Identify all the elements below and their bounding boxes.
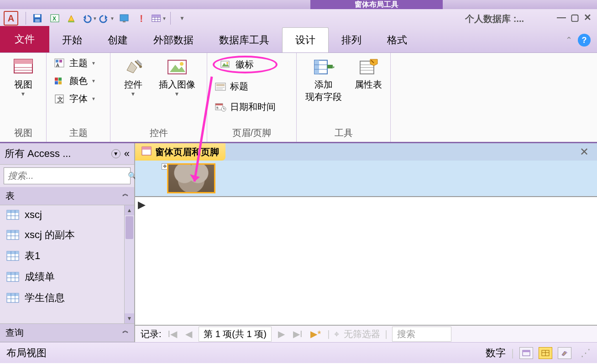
document-close-button[interactable]: ✕ (580, 146, 589, 158)
table-icon[interactable]: ▼ (151, 11, 167, 25)
document-tab-active[interactable]: 窗体页眉和页脚 (135, 143, 225, 161)
svg-rect-23 (56, 60, 58, 62)
nav-item-table[interactable]: 表1 (0, 245, 134, 266)
help-icon[interactable]: ? (578, 34, 591, 47)
nav-item-table[interactable]: xscj (0, 205, 134, 224)
numlock-label: 数字 (486, 346, 506, 360)
nav-item-table[interactable]: 学生信息 (0, 287, 134, 308)
nav-list: xscj xscj 的副本 表1 成绩单 学生信息 ▲ ▼ (0, 205, 134, 323)
scroll-thumb[interactable] (126, 216, 133, 239)
nav-search[interactable]: 🔍 (4, 167, 131, 184)
svg-marker-5 (68, 16, 74, 21)
view-label: 视图 (14, 78, 32, 91)
controls-button[interactable]: 控件 ▼ (120, 56, 146, 99)
property-sheet-button[interactable]: 属性表 (353, 56, 384, 93)
highlight-icon[interactable] (64, 11, 80, 25)
screen-icon[interactable] (116, 11, 132, 25)
colors-button[interactable]: 颜色▼ (52, 73, 98, 88)
tab-create[interactable]: 创建 (95, 28, 141, 52)
insert-image-button[interactable]: 插入图像 ▼ (157, 56, 197, 99)
svg-rect-27 (58, 78, 62, 81)
nav-group-queries[interactable]: 查询 ︽ (0, 323, 134, 342)
group-tools-label: 工具 (302, 125, 385, 141)
form-detail-section[interactable]: ▶ (135, 196, 597, 325)
filter-icon[interactable]: ⌖ (334, 329, 339, 339)
form-icon (141, 146, 152, 158)
alert-icon[interactable]: ! (134, 11, 149, 25)
svg-point-38 (226, 62, 228, 64)
redo-icon[interactable]: ▼ (99, 11, 115, 25)
svg-rect-2 (35, 19, 40, 22)
nav-search-input[interactable] (4, 168, 128, 184)
svg-marker-54 (333, 67, 335, 68)
svg-rect-6 (68, 21, 74, 22)
nav-item-table[interactable]: xscj 的副本 (0, 224, 134, 245)
tab-database-tools[interactable]: 数据库工具 (206, 28, 282, 52)
svg-rect-26 (55, 78, 58, 81)
nav-group-tables[interactable]: 表 ︽ (0, 187, 134, 205)
group-controls-label: 控件 (116, 125, 201, 141)
svg-rect-65 (7, 230, 19, 233)
datetime-button[interactable]: 5日期和时间 (213, 99, 278, 114)
layout-view-icon[interactable] (539, 347, 552, 359)
tab-design[interactable]: 设计 (282, 27, 329, 52)
contextual-tool-label: 窗体布局工具 (310, 0, 443, 9)
nav-new-icon[interactable]: ▶* (309, 328, 323, 339)
fonts-button[interactable]: 文字体▼ (52, 91, 98, 106)
tab-home[interactable]: 开始 (49, 28, 95, 52)
scroll-down-icon[interactable]: ▼ (125, 313, 134, 323)
ribbon-collapse-icon[interactable]: ⌃ (566, 35, 572, 45)
nav-scrollbar[interactable]: ▲ ▼ (124, 205, 134, 323)
nav-first-icon[interactable]: I◀ (166, 328, 179, 339)
undo-icon[interactable]: ▼ (82, 11, 97, 25)
group-themes-label: 主题 (52, 125, 105, 141)
status-bar: 布局视图 数字 | ⋰ (0, 342, 597, 363)
nav-collapse-icon[interactable]: « (124, 148, 130, 160)
customize-qat-icon[interactable]: ▼ (174, 11, 190, 25)
nav-next-icon[interactable]: ▶ (276, 328, 287, 339)
tab-file[interactable]: 文件 (0, 26, 49, 52)
record-position[interactable]: 第 1 项(共 1 项) (199, 327, 272, 342)
svg-rect-60 (7, 210, 19, 213)
nav-prev-icon[interactable]: ◀ (183, 328, 194, 339)
svg-rect-75 (7, 272, 19, 275)
svg-rect-24 (59, 60, 62, 62)
svg-text:文: 文 (57, 96, 63, 103)
resize-grip-icon[interactable]: ⋰ (581, 347, 591, 359)
svg-text:X: X (52, 16, 56, 22)
close-button[interactable]: ✕ (584, 12, 592, 23)
view-button[interactable]: 视图 ▼ (10, 56, 36, 99)
maximize-button[interactable]: ▢ (571, 12, 579, 23)
nav-last-icon[interactable]: ▶I (291, 328, 304, 339)
property-sheet-label: 属性表 (355, 78, 382, 91)
add-fields-label-2: 现有字段 (305, 91, 342, 103)
nav-item-table[interactable]: 成绩单 (0, 266, 134, 287)
app-icon[interactable]: A (4, 11, 18, 26)
logo-button[interactable]: 徽标 (213, 56, 278, 73)
ribbon-body: 视图 ▼ 视图 A主题▼ 颜色▼ 文字体▼ 主题 控件 ▼ 插入图像 (0, 53, 597, 143)
record-selector-icon[interactable]: ▶ (138, 199, 146, 211)
design-view-icon[interactable] (558, 347, 571, 359)
title-button[interactable]: 标题 (213, 79, 278, 94)
add-existing-fields-button[interactable]: 添加 现有字段 (304, 56, 344, 105)
tab-external-data[interactable]: 外部数据 (141, 28, 206, 52)
group-headerfooter-label: 页眉/页脚 (213, 125, 291, 141)
themes-button[interactable]: A主题▼ (52, 56, 98, 71)
nav-dropdown-icon[interactable]: ▼ (111, 149, 120, 158)
window-title: 个人数据库 :... (465, 13, 524, 25)
tab-arrange[interactable]: 排列 (329, 28, 374, 52)
record-search-input[interactable]: 搜索 (392, 327, 451, 342)
form-view-icon[interactable] (519, 347, 533, 359)
record-label: 记录: (141, 328, 162, 340)
tab-format[interactable]: 格式 (374, 28, 420, 52)
minimize-button[interactable]: — (557, 12, 566, 23)
save-icon[interactable] (30, 11, 45, 25)
form-header-section[interactable]: ✥ (135, 161, 597, 196)
form-logo[interactable] (167, 163, 215, 193)
excel-export-icon[interactable]: X (47, 11, 63, 25)
quick-access-toolbar: A X ▼ ▼ ! ▼ ▼ 个人数据库 :... — ▢ ✕ (0, 9, 597, 27)
nav-header[interactable]: 所有 Access ... ▼ « (0, 143, 134, 165)
group-themes: A主题▼ 颜色▼ 文字体▼ 主题 (47, 53, 110, 142)
scroll-up-icon[interactable]: ▲ (125, 205, 134, 215)
separator (26, 12, 26, 25)
